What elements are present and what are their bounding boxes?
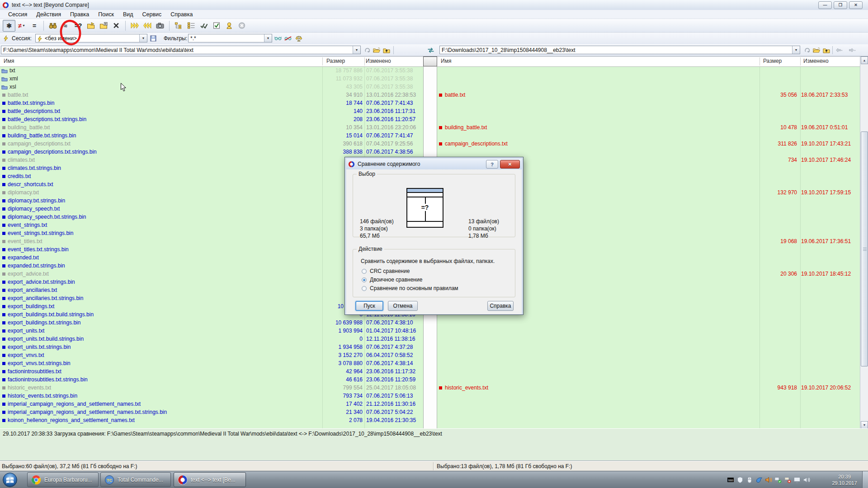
right-path-combo[interactable]: F:\Downloads\2017_10_28\imp1508444908__e… xyxy=(439,46,800,54)
right-file-row[interactable]: battle.txt35 05618.06.2017 2:33:53 xyxy=(437,91,860,99)
left-file-row[interactable]: imperial_campaign_regions_and_settlement… xyxy=(0,408,423,416)
speaker-white-tray-icon[interactable] xyxy=(803,476,810,483)
copy-to-right-button[interactable] xyxy=(128,20,141,32)
scroll-down-icon[interactable]: ▼ xyxy=(861,421,868,429)
start-button[interactable] xyxy=(2,472,18,488)
left-file-row[interactable]: export_vnvs.txt3 152 27006.04.2017 0:58:… xyxy=(0,351,423,359)
dialog-help-button[interactable]: ? xyxy=(486,160,498,169)
network-ok-tray-icon[interactable] xyxy=(774,476,782,483)
taskbar-item-1[interactable]: Europa Barbaroru... xyxy=(27,472,99,487)
right-col-size[interactable]: Размер xyxy=(763,58,782,64)
expand-folders-button[interactable] xyxy=(85,20,97,32)
mouse-tray-icon[interactable] xyxy=(746,476,753,483)
right-browse-folder-icon[interactable] xyxy=(812,47,821,54)
left-file-row[interactable]: factionintrosubtitles.txt.strings.bin46 … xyxy=(0,375,423,384)
select-all-button[interactable] xyxy=(198,20,210,32)
menu-сессия[interactable]: Сессия xyxy=(4,10,32,19)
left-file-row[interactable]: export_vnvs.txt.strings.bin3 078 88007.0… xyxy=(0,359,423,367)
shield-tray-icon[interactable] xyxy=(736,476,744,483)
show-filters-glasses-icon[interactable] xyxy=(274,35,282,42)
delete-button[interactable] xyxy=(110,20,123,32)
left-col-name[interactable]: Имя xyxy=(4,58,14,64)
right-file-row[interactable]: historic_events.txt943 91819.10.2017 20:… xyxy=(437,384,860,392)
left-file-row[interactable]: factionintrosubtitles.txt42 96423.06.201… xyxy=(0,367,423,375)
left-path-dropdown-icon[interactable]: ▼ xyxy=(353,46,360,54)
left-browse-folder-icon[interactable] xyxy=(373,47,381,54)
left-file-row[interactable]: export_buildings.txt.strings.bin10 639 9… xyxy=(0,319,423,327)
menu-сервис[interactable]: Сервис xyxy=(138,10,166,19)
display-tray-icon[interactable] xyxy=(793,476,801,483)
dropdown-arrow-icon[interactable]: ▼ xyxy=(22,24,25,27)
left-col-modified[interactable]: Изменено xyxy=(366,58,391,64)
menu-правка[interactable]: Правка xyxy=(66,10,94,19)
session-combo-dropdown-icon[interactable]: ▼ xyxy=(139,34,147,42)
radio-button-icon[interactable] xyxy=(362,277,367,282)
toggle-checkboxes-button[interactable] xyxy=(210,20,223,32)
close-button[interactable]: ✕ xyxy=(849,1,863,9)
save-session-icon[interactable] xyxy=(149,35,157,42)
left-file-row[interactable]: imperial_campaign_regions_and_settlement… xyxy=(0,400,423,408)
left-col-size[interactable]: Размер xyxy=(326,58,345,64)
menu-действия[interactable]: Действия xyxy=(32,10,66,19)
right-col-modified[interactable]: Изменено xyxy=(803,58,829,64)
right-parent-folder-icon[interactable] xyxy=(822,47,830,54)
left-file-row[interactable]: building_battle.txt.strings.bin15 01407.… xyxy=(0,131,423,140)
taskbar-item-2[interactable]: TCTotal Commande... xyxy=(100,472,171,487)
all-items-filter-button[interactable]: ✱ xyxy=(3,20,15,32)
right-refresh-icon[interactable] xyxy=(803,47,811,54)
right-file-row[interactable]: building_battle.txt10 47819.06.2017 0:51… xyxy=(437,123,860,131)
menu-справка[interactable]: Справка xyxy=(166,10,197,19)
restore-button[interactable]: ❐ xyxy=(834,1,847,9)
copy-to-left-button[interactable] xyxy=(141,20,154,32)
left-file-row[interactable]: txt18 757 88607.06.2017 3:55:38 xyxy=(0,66,423,75)
speaker-orange-tray-icon[interactable] xyxy=(765,476,772,483)
vertical-scrollbar[interactable]: ▲ ▼ xyxy=(860,56,868,429)
dialog-title-bar[interactable]: Сравнение содержимого ? ✕ xyxy=(346,159,522,169)
left-file-row[interactable]: building_battle.txt10 35413.01.2016 23:2… xyxy=(0,123,423,131)
left-file-row[interactable]: xml11 073 93207.06.2017 3:55:38 xyxy=(0,75,423,83)
title-bar[interactable]: text <--> text [Beyond Compare] — ❐ ✕ xyxy=(0,0,868,10)
left-file-row[interactable]: campaign_descriptions.txt390 61807.04.20… xyxy=(0,140,423,148)
left-file-row[interactable]: export_units.txt1 903 99401.04.2017 10:4… xyxy=(0,327,423,335)
left-file-row[interactable]: koinon_hellenon_regions_and_settlement_n… xyxy=(0,416,423,424)
show-differences-button[interactable]: ≠▼ xyxy=(15,20,28,32)
radio-option-2[interactable]: Двоичное сравнение xyxy=(362,277,422,283)
rules-scales-icon[interactable] xyxy=(295,35,303,42)
left-file-row[interactable]: campaign_descriptions.txt.strings.bin388… xyxy=(0,148,423,156)
help-button[interactable]: Справка xyxy=(487,301,514,311)
taskbar-item-3[interactable]: text <--> text [Be... xyxy=(174,472,246,487)
left-file-row[interactable]: battle_descriptions.txt.strings.bin20823… xyxy=(0,115,423,123)
left-path-combo[interactable]: F:\Games\Steam\steamapps\common\Medieval… xyxy=(1,46,361,54)
show-desktop-button[interactable] xyxy=(862,471,868,488)
radio-button-icon[interactable] xyxy=(362,286,367,291)
right-path-dropdown-icon[interactable]: ▼ xyxy=(792,46,800,54)
filters-combo[interactable]: *.* ▼ xyxy=(188,34,272,42)
scroll-up-icon[interactable]: ▲ xyxy=(861,56,868,64)
left-refresh-icon[interactable] xyxy=(363,47,372,54)
touch-button[interactable] xyxy=(223,20,236,32)
menu-вид[interactable]: Вид xyxy=(118,10,138,19)
minimize-button[interactable]: — xyxy=(818,1,832,9)
radio-option-1[interactable]: CRC сравнение xyxy=(362,268,410,274)
dialog-close-button[interactable]: ✕ xyxy=(500,160,520,169)
radio-option-3[interactable]: Сравнение по основным правилам xyxy=(362,285,458,291)
session-view-button[interactable] xyxy=(47,20,59,32)
left-file-row[interactable]: export_units.txt.strings.bin1 934 95807.… xyxy=(0,343,423,351)
cancel-button[interactable]: Отмена xyxy=(388,301,418,311)
compare-contents-button[interactable]: =? xyxy=(72,20,85,32)
flag-error-tray-icon[interactable] xyxy=(784,476,791,483)
radio-button-icon[interactable] xyxy=(362,269,367,274)
ssd-tray-icon[interactable]: SSD xyxy=(727,476,734,483)
filters-combo-dropdown-icon[interactable]: ▼ xyxy=(264,34,272,42)
stop-button[interactable] xyxy=(236,20,248,32)
dolphin-tray-icon[interactable] xyxy=(755,476,763,483)
snapshot-button[interactable] xyxy=(154,20,166,32)
tree-view-button[interactable] xyxy=(172,20,185,32)
swap-sides-icon[interactable] xyxy=(427,47,435,54)
quick-compare-button[interactable]: ≈ xyxy=(59,20,72,32)
left-file-row[interactable]: historic_events.txt.strings.bin793 73407… xyxy=(0,392,423,400)
back-arrow-icon[interactable] xyxy=(835,47,843,54)
left-file-row[interactable]: xsl43 30507.06.2017 3:55:38 xyxy=(0,83,423,91)
left-file-row[interactable]: export_units.txt.build.strings.bin012.11… xyxy=(0,335,423,343)
flat-view-button[interactable] xyxy=(185,20,198,32)
